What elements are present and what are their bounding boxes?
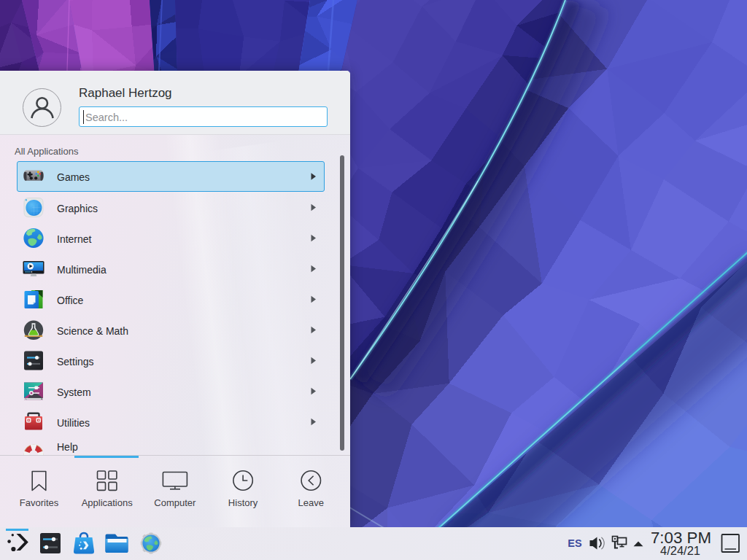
svg-text:ES: ES	[568, 537, 582, 549]
svg-text:4/24/21: 4/24/21	[660, 544, 700, 557]
